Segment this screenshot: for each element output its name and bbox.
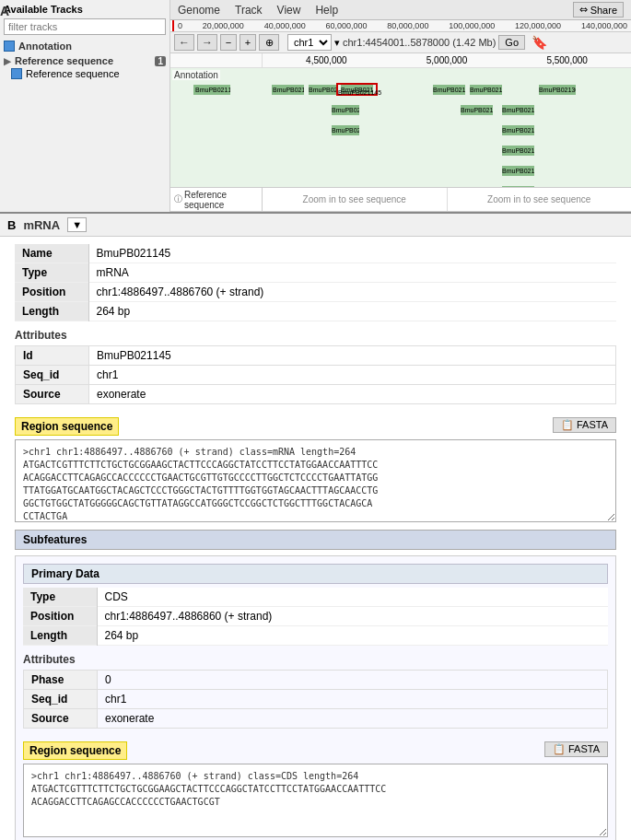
length-value: 264 bp <box>88 302 616 321</box>
region-seq-row: Region sequence 📋 FASTA <box>15 412 616 438</box>
zoom-fit-button[interactable]: ⊕ <box>259 34 279 51</box>
gene-BmuPB021298[interactable]: BmuPB021298 <box>502 146 534 156</box>
gene-BmuPB021296[interactable]: BmuPB021296 <box>502 105 534 115</box>
gene-row-1: BmuPB021147 BmuPB021148 BmuPB021141 BmuP… <box>170 81 631 101</box>
scale-mark-1: 5,000,000 <box>427 55 468 65</box>
sf-row-position: Position chr1:4886497..4886860 (+ strand… <box>23 607 608 626</box>
gene-label: BmuPB021148 <box>272 87 304 93</box>
scale-ticks: 4,500,000 5,000,000 5,500,000 <box>263 53 631 67</box>
refseq-group-header[interactable]: ▶ Reference sequence 1 <box>4 55 166 66</box>
length-key: Length <box>15 302 88 321</box>
gene-BmuPB021299[interactable]: BmuPB021299 <box>502 166 534 176</box>
sf-sequence-box: >chr1 chr1:4886497..4886760 (+ strand) c… <box>23 764 608 837</box>
attr-source-value: exonerate <box>89 385 616 404</box>
refseq-group: ▶ Reference sequence 1 Reference sequenc… <box>4 55 166 79</box>
info-icon: ⓘ <box>174 193 182 205</box>
gene-label: BmuPB021296 <box>502 107 534 113</box>
sf-attr-source-key: Source <box>24 709 98 729</box>
feature-details: Name BmuPB021145 Type mRNA Position chr1… <box>0 237 631 840</box>
gene-BmuPB021147[interactable]: BmuPB021147 <box>193 85 230 95</box>
attributes-header: Attributes <box>15 329 616 342</box>
sf-fasta-button[interactable]: 📋 FASTA <box>544 741 608 757</box>
sf-region-seq-row: Region sequence 📋 FASTA <box>23 736 608 762</box>
annotation-track: Annotation BmuPB021147 BmuPB021148 BmuPB… <box>170 68 631 188</box>
gene-row-2: BmuPB021144 BmuPB021294 BmuPB021296 <box>170 101 631 122</box>
type-key: Type <box>15 263 88 283</box>
gene-label: BmuPB021298 <box>502 147 534 154</box>
attr-id-value: BmuPB021145 <box>89 346 616 366</box>
nav-back-button[interactable]: ← <box>174 34 194 51</box>
gene-BmuPB021144[interactable]: BmuPB021144 <box>332 105 359 115</box>
gene-BmuPB021293[interactable]: BmuPB021293 <box>433 85 465 95</box>
chr-select[interactable]: chr1 <box>287 34 332 51</box>
gene-BmuPB021297[interactable]: BmuPB021297 <box>502 125 534 135</box>
refseq-checkbox[interactable] <box>11 68 22 79</box>
refseq-track-label: ⓘ Reference sequence <box>170 188 263 211</box>
gene-label: BmuPB021294 <box>461 107 493 113</box>
gene-row-5: BmuPB021299 <box>170 162 631 182</box>
fasta-button[interactable]: 📋 FASTA <box>553 417 616 433</box>
sf-fasta-icon: 📋 <box>553 743 566 755</box>
sf-length-value: 264 bp <box>97 626 608 646</box>
sf-type-key: Type <box>23 588 97 607</box>
sf-position-key: Position <box>23 607 97 626</box>
scale-label <box>170 53 263 67</box>
sf-attr-seqid-key: Seq_id <box>24 690 98 709</box>
gene-label: BmuPB021143 <box>332 127 359 134</box>
zoom-in-button[interactable]: + <box>240 34 256 51</box>
share-label: Share <box>590 5 617 16</box>
gene-track-content: BmuPB021147 BmuPB021148 BmuPB021141 BmuP… <box>170 81 631 188</box>
sf-region-seq-header: Region sequence <box>23 741 127 760</box>
type-value: mRNA <box>88 263 616 283</box>
nav-location: chr1 ▾ chr1:4454001..5878000 (1.42 Mb) <box>287 34 496 51</box>
gene-row-3: BmuPB021143 BmuPB021297 <box>170 122 631 142</box>
gene-label: BmuPB021141 <box>309 87 336 93</box>
gene-BmuPB021302[interactable]: BmuPB021302 <box>539 85 576 95</box>
gene-BmuPB021145-selected[interactable]: BmuPB021145 <box>336 83 378 96</box>
bookmark-icon[interactable]: 🔖 <box>532 35 547 50</box>
ruler: 0 20,000,000 40,000,000 60,000,000 80,00… <box>174 20 631 31</box>
gene-BmuPB021148[interactable]: BmuPB021148 <box>272 85 304 95</box>
refseq-zoom-msg-1: Zoom in to see sequence <box>263 188 448 211</box>
scale-row: 4,500,000 5,000,000 5,500,000 <box>170 53 631 68</box>
location-text: chr1:4454001..5878000 (1.42 Mb) <box>343 37 496 48</box>
annotation-track-group: Annotation <box>4 41 166 52</box>
menu-view[interactable]: View <box>277 4 301 17</box>
gene-BmuPB021141[interactable]: BmuPB021141 <box>309 85 336 95</box>
annotation-track-header[interactable]: Annotation <box>4 41 166 52</box>
ruler-mark-1: 20,000,000 <box>203 21 244 30</box>
gene-BmuPB021295[interactable]: BmuPB021295 <box>470 85 502 95</box>
attr-source-key: Source <box>16 385 89 404</box>
filter-tracks-input[interactable] <box>4 18 166 35</box>
attr-row-id: Id BmuPB021145 <box>16 346 616 366</box>
gene-BmuPB021143[interactable]: BmuPB021143 <box>332 125 359 135</box>
zoom-out-button[interactable]: − <box>220 34 237 51</box>
gene-BmuPB021294[interactable]: BmuPB021294 <box>461 105 493 115</box>
menu-help[interactable]: Help <box>315 4 338 17</box>
menu-genome[interactable]: Genome <box>178 4 220 17</box>
attr-seqid-key: Seq_id <box>16 366 89 385</box>
nav-forward-button[interactable]: → <box>197 34 217 51</box>
fasta-icon: 📋 <box>561 419 574 431</box>
feature-dropdown[interactable]: ▼ <box>67 217 87 232</box>
location-separator: ▾ <box>334 37 340 49</box>
refseq-track-item[interactable]: Reference sequence <box>4 68 166 79</box>
gene-row-6: BmuPB021300 <box>170 182 631 188</box>
gene-BmuPB021300[interactable]: BmuPB021300 <box>502 186 534 188</box>
sf-attr-row-phase: Phase 0 <box>24 671 608 690</box>
refseq-arrow-icon: ▶ <box>4 56 11 66</box>
refseq-msg-text-2: Zoom in to see sequence <box>487 194 590 204</box>
region-seq-header: Region sequence <box>15 417 119 436</box>
share-button[interactable]: ⇔ Share <box>573 2 624 18</box>
ruler-mark-2: 40,000,000 <box>264 21 306 30</box>
sf-attr-seqid-value: chr1 <box>98 690 608 709</box>
attr-row-source: Source exonerate <box>16 385 616 404</box>
menu-track[interactable]: Track <box>235 4 263 17</box>
go-button[interactable]: Go <box>498 35 525 50</box>
sf-attr-source-value: exonerate <box>98 709 608 729</box>
detail-row-name: Name BmuPB021145 <box>15 244 616 263</box>
annotation-checkbox[interactable] <box>4 41 15 52</box>
primary-data-header: Primary Data <box>23 564 608 584</box>
nav-bar: ← → − + ⊕ chr1 ▾ chr1:4454001..5878000 (… <box>170 32 631 53</box>
sf-attr-phase-value: 0 <box>98 671 608 690</box>
